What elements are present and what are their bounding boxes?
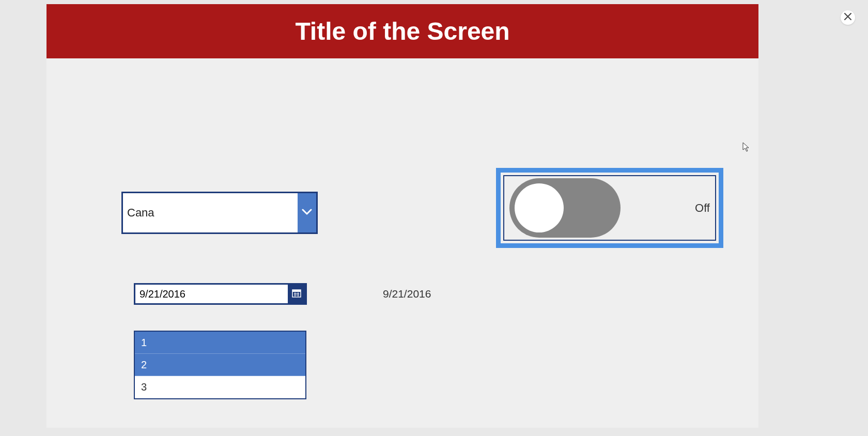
page-title: Title of the Screen bbox=[295, 17, 509, 45]
list-item[interactable]: 2 bbox=[135, 354, 305, 376]
close-button[interactable] bbox=[841, 10, 855, 25]
date-picker[interactable]: 9/21/2016 bbox=[134, 283, 307, 305]
combobox-input[interactable]: Cana bbox=[123, 193, 298, 232]
list-item[interactable]: 1 bbox=[135, 332, 305, 354]
combobox-dropdown-button[interactable] bbox=[298, 193, 316, 232]
main-panel: Title of the Screen Cana Off 9 bbox=[47, 4, 758, 428]
toggle-knob bbox=[515, 183, 564, 232]
date-display-label: 9/21/2016 bbox=[383, 288, 431, 300]
date-input[interactable]: 9/21/2016 bbox=[135, 285, 288, 303]
toggle-container: Off bbox=[503, 175, 716, 241]
toggle-state-label: Off bbox=[695, 201, 710, 215]
header-bar: Title of the Screen bbox=[47, 4, 758, 58]
listbox[interactable]: 1 2 3 bbox=[134, 331, 306, 399]
cursor-icon bbox=[742, 142, 751, 154]
toggle-selection-frame: Off bbox=[496, 168, 723, 248]
list-item[interactable]: 3 bbox=[135, 376, 305, 398]
toggle-switch[interactable] bbox=[509, 178, 621, 238]
close-icon bbox=[844, 13, 851, 22]
chevron-down-icon bbox=[302, 208, 312, 217]
country-combobox[interactable]: Cana bbox=[121, 192, 318, 234]
calendar-button[interactable] bbox=[288, 285, 305, 303]
calendar-icon bbox=[291, 288, 302, 300]
svg-rect-1 bbox=[292, 290, 301, 292]
